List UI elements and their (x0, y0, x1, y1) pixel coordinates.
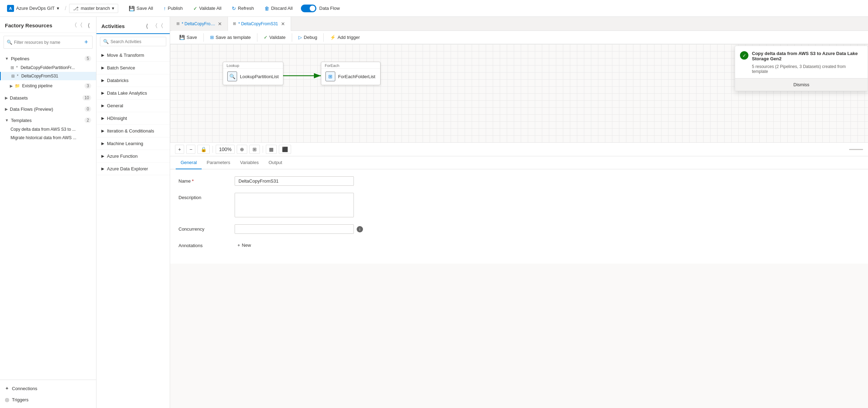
toast-dismiss-button[interactable]: Dismiss (735, 78, 868, 91)
connections-nav[interactable]: ✦ Connections (0, 383, 96, 394)
canvas-select-btn[interactable]: ⊞ (249, 145, 260, 154)
datasets-label: Datasets (10, 95, 28, 101)
tab-close-1[interactable]: ✕ (217, 20, 223, 27)
canvas-theme-btn[interactable]: ⬛ (279, 145, 291, 154)
dataflows-header[interactable]: ▶ Data Flows (Preview) 0 (0, 104, 96, 114)
new-annotation-plus: + (237, 243, 240, 248)
pipeline-modified-1: * (16, 65, 18, 70)
publish-button[interactable]: ↑ Publish (159, 4, 188, 13)
pipeline-canvas[interactable]: Lookup 🔍 LookupPartitionList ForEach ⊞ F… (170, 44, 868, 142)
pipelines-header[interactable]: ▼ Pipelines 5 (0, 54, 96, 63)
template-item-2[interactable]: Migrate historical data from AWS ... (0, 134, 96, 142)
triggers-nav[interactable]: ◎ Triggers (0, 394, 96, 405)
activity-databricks[interactable]: ▶ Databricks (96, 74, 170, 87)
concurrency-info-icon[interactable]: i (357, 226, 363, 232)
datasets-chevron: ▶ (5, 96, 8, 100)
activity-chevron-10: ▶ (101, 166, 104, 171)
foreach-node-body: ⊞ ForEachFolderList (321, 69, 380, 85)
panel-header-icons: 〈〈 ⟨ (70, 21, 91, 30)
description-input[interactable] (235, 193, 354, 217)
activity-data-lake-analytics[interactable]: ▶ Data Lake Analytics (96, 87, 170, 100)
save-as-template-icon: ⊞ (210, 35, 214, 40)
add-resource-button[interactable]: + (83, 38, 89, 47)
activity-label-databricks: Databricks (107, 78, 128, 83)
activities-collapse-btn[interactable]: ⟨ (144, 22, 149, 30)
branch-selector[interactable]: ⎇ master branch ▾ (69, 4, 118, 13)
name-label-text: Name (179, 178, 191, 184)
template-item-1[interactable]: Copy delta data from AWS S3 to ... (0, 125, 96, 134)
activity-general[interactable]: ▶ General (96, 100, 170, 112)
branch-icon: ⎇ (73, 6, 79, 11)
search-resources-container: 🔍 + (4, 36, 93, 49)
data-flow-toggle[interactable] (301, 5, 316, 12)
validate-all-button[interactable]: ✓ Validate All (188, 4, 226, 13)
discard-all-button[interactable]: 🗑 Discard All (260, 4, 297, 13)
activity-move-transform[interactable]: ▶ Move & Transform (96, 49, 170, 62)
foreach-node[interactable]: ForEach ⊞ ForEachFolderList (321, 62, 381, 85)
concurrency-input[interactable] (235, 224, 354, 234)
search-activities-input[interactable] (110, 39, 163, 44)
activity-batch-service[interactable]: ▶ Batch Service (96, 62, 170, 74)
data-flow-toggle-container: Data Flow (301, 5, 340, 12)
lookup-node[interactable]: Lookup 🔍 LookupPartitionList (223, 62, 283, 85)
existing-pipeline-count: 3 (85, 83, 91, 89)
props-tab-output[interactable]: Output (264, 156, 287, 169)
search-resources-input[interactable] (14, 40, 83, 45)
name-input[interactable] (235, 176, 354, 186)
tab-close-2[interactable]: ✕ (280, 20, 286, 27)
templates-header[interactable]: ▼ Templates 2 (0, 115, 96, 125)
expand-icon[interactable]: ⟨ (86, 21, 91, 30)
tab-1[interactable]: ⊞ * DeltaCopyFro.... ✕ (171, 17, 228, 31)
canvas-fit-btn[interactable]: ⊕ (237, 145, 247, 154)
save-all-button[interactable]: 💾 Save All (124, 4, 158, 13)
new-annotation-label: New (242, 243, 251, 248)
templates-count: 2 (85, 117, 91, 123)
refresh-icon: ↻ (232, 6, 236, 11)
validate-all-icon: ✓ (193, 6, 197, 11)
validate-button[interactable]: ✓ Validate (260, 33, 290, 42)
canvas-lock-btn[interactable]: 🔒 (197, 145, 210, 154)
canvas-remove-btn[interactable]: − (186, 145, 195, 154)
canvas-resize-handle[interactable] (849, 149, 863, 150)
dataflows-chevron: ▶ (5, 107, 8, 111)
activities-collapse-btn2[interactable]: 〈〈 (151, 22, 165, 30)
activity-azure-data-explorer[interactable]: ▶ Azure Data Explorer (96, 163, 170, 175)
add-trigger-button[interactable]: ⚡ Add trigger (326, 33, 364, 42)
toast-header: ✓ Copy delta data from AWS S3 to Azure D… (735, 46, 868, 64)
search-resources-icon: 🔍 (7, 40, 12, 45)
publish-label: Publish (168, 6, 183, 11)
props-content: Name * Description Concurrency (170, 169, 868, 264)
new-annotation-button[interactable]: + New (235, 241, 254, 250)
tab-name-2: * DeltaCopyFromS31 (238, 21, 278, 26)
save-button[interactable]: 💾 Save (175, 33, 201, 42)
save-all-label: Save All (136, 6, 153, 11)
collapse-icon[interactable]: 〈〈 (70, 21, 84, 30)
tab-2[interactable]: ⊞ * DeltaCopyFromS31 ✕ (228, 17, 291, 31)
activity-iteration[interactable]: ▶ Iteration & Conditionals (96, 125, 170, 137)
save-as-template-button[interactable]: ⊞ Save as template (206, 33, 255, 42)
activity-hdinsight[interactable]: ▶ HDInsight (96, 112, 170, 125)
validate-label: Validate (269, 35, 285, 40)
activity-machine-learning[interactable]: ▶ Machine Learning (96, 137, 170, 150)
discard-icon: 🗑 (264, 6, 269, 11)
activity-chevron-8: ▶ (101, 141, 104, 146)
activity-chevron-1: ▶ (101, 53, 104, 57)
pipelines-label: Pipelines (11, 56, 29, 61)
props-tab-parameters[interactable]: Parameters (202, 156, 235, 169)
props-tab-variables[interactable]: Variables (235, 156, 263, 169)
templates-section: ▼ Templates 2 Copy delta data from AWS S… (0, 115, 96, 143)
pipeline-item-2[interactable]: ⊞ * DeltaCopyFromS31 (0, 72, 96, 80)
canvas-add-btn[interactable]: + (175, 145, 184, 154)
brand-selector[interactable]: A Azure DevOps GIT ▾ (4, 5, 62, 12)
existing-pipeline-header[interactable]: ▶ 📁 Existing pipeline 3 (10, 82, 91, 90)
canvas-grid-btn[interactable]: ▦ (266, 145, 277, 154)
pipeline-item-1[interactable]: ⊞ * DeltaCopyFolderPartitionFr... (0, 63, 96, 72)
props-tab-general[interactable]: General (176, 156, 202, 169)
refresh-button[interactable]: ↻ Refresh (227, 4, 259, 13)
activity-label-batch: Batch Service (107, 65, 135, 70)
existing-pipeline-label: Existing pipeline (22, 83, 53, 88)
activity-azure-function[interactable]: ▶ Azure Function (96, 150, 170, 163)
datasets-header[interactable]: ▶ Datasets 10 (0, 93, 96, 103)
debug-button[interactable]: ▷ Debug (294, 33, 321, 42)
canvas-zoom-btn[interactable]: 100% (216, 145, 235, 154)
